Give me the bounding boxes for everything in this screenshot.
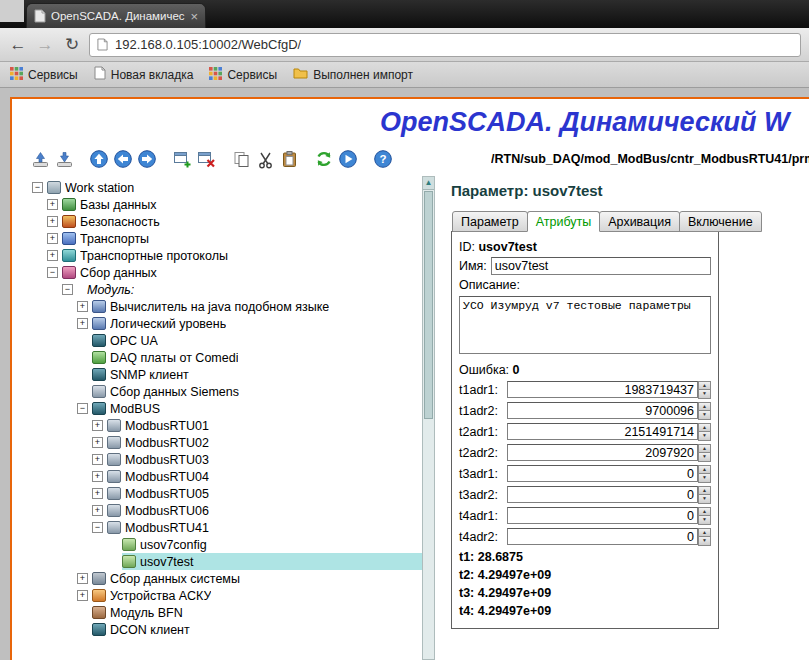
tree-item[interactable]: − ModBUS <box>28 400 422 417</box>
tree-item[interactable]: − ModbusRTU41 <box>28 519 422 536</box>
refresh-icon[interactable] <box>313 148 335 170</box>
spin-up-icon[interactable]: ▲ <box>698 444 711 454</box>
spin-down-icon[interactable]: ▼ <box>698 411 711 420</box>
tree-item[interactable]: + Транспортные протоколы <box>28 247 422 264</box>
spin-down-icon[interactable]: ▼ <box>698 516 711 525</box>
expander-icon[interactable]: + <box>92 454 103 465</box>
panel-tab[interactable]: Атрибуты <box>527 211 601 232</box>
spin-up-icon[interactable]: ▲ <box>698 486 711 496</box>
numeric-input[interactable] <box>507 381 698 398</box>
numeric-input[interactable] <box>507 528 698 545</box>
tree-item[interactable]: DAQ платы от Comedi <box>28 349 422 366</box>
scrollbar-thumb[interactable] <box>424 191 433 419</box>
tree-item[interactable]: − Сбор данных <box>28 264 422 281</box>
tree-item[interactable]: DCON клиент <box>28 621 422 638</box>
panel-tab[interactable]: Параметр <box>452 211 528 232</box>
name-input[interactable] <box>491 257 711 275</box>
expander-icon[interactable]: + <box>77 573 88 584</box>
expander-icon[interactable]: − <box>92 522 103 533</box>
tree-item[interactable]: + ModbusRTU06 <box>28 502 422 519</box>
expander-icon[interactable]: − <box>47 267 58 278</box>
address-bar[interactable]: 192.168.0.105:10002/WebCfgD/ <box>89 33 801 57</box>
tree-scrollbar[interactable]: ▲ <box>422 176 435 660</box>
forward-icon[interactable]: → <box>35 35 55 55</box>
panel-tab[interactable]: Архивация <box>599 211 680 232</box>
expander-icon[interactable]: + <box>47 199 58 210</box>
expander-icon[interactable]: + <box>92 505 103 516</box>
tree-item[interactable]: − Модуль: <box>28 281 422 298</box>
numeric-input[interactable] <box>507 444 698 461</box>
numeric-input[interactable] <box>507 423 698 440</box>
spin-down-icon[interactable]: ▼ <box>698 474 711 483</box>
tree-item[interactable]: + Базы данных <box>28 196 422 213</box>
numeric-input[interactable] <box>507 486 698 503</box>
numeric-input[interactable] <box>507 465 698 482</box>
tree-item[interactable]: SNMP клиент <box>28 366 422 383</box>
expander-icon[interactable]: + <box>92 437 103 448</box>
expander-icon[interactable]: − <box>62 284 73 295</box>
cut-icon[interactable] <box>254 148 276 170</box>
tree-item[interactable]: + Транспорты <box>28 230 422 247</box>
reload-icon[interactable]: ↻ <box>62 35 82 55</box>
tree-item[interactable]: + Вычислитель на java подобном языке <box>28 298 422 315</box>
tree-item[interactable]: OPC UA <box>28 332 422 349</box>
spin-down-icon[interactable]: ▼ <box>698 432 711 441</box>
spin-up-icon[interactable]: ▲ <box>698 465 711 475</box>
tree-item[interactable]: + ModbusRTU02 <box>28 434 422 451</box>
spin-down-icon[interactable]: ▼ <box>698 390 711 399</box>
bookmark-item[interactable]: Новая вкладка <box>94 66 194 83</box>
add-icon[interactable] <box>171 148 193 170</box>
expander-icon[interactable]: + <box>47 216 58 227</box>
bookmark-item[interactable]: Сервисы <box>10 67 78 83</box>
tree-item[interactable]: − Work station <box>28 179 422 196</box>
help-icon[interactable]: ? <box>372 148 394 170</box>
expander-icon[interactable]: + <box>92 420 103 431</box>
expander-icon[interactable]: + <box>47 233 58 244</box>
tree-item[interactable]: + ModbusRTU01 <box>28 417 422 434</box>
numeric-input[interactable] <box>507 402 698 419</box>
expander-icon[interactable]: + <box>47 250 58 261</box>
copy-icon[interactable] <box>230 148 252 170</box>
expander-icon[interactable]: − <box>77 403 88 414</box>
up-icon[interactable] <box>88 148 110 170</box>
tree-item[interactable]: + Логический уровень <box>28 315 422 332</box>
spin-down-icon[interactable]: ▼ <box>698 537 711 546</box>
expander-icon[interactable]: − <box>32 182 43 193</box>
tree-item[interactable]: Сбор данных Siemens <box>28 383 422 400</box>
bookmark-item[interactable]: Выполнен импорт <box>293 67 413 82</box>
start-icon[interactable] <box>337 148 359 170</box>
bookmark-item[interactable]: Сервисы <box>209 67 277 83</box>
spin-up-icon[interactable]: ▲ <box>698 381 711 391</box>
expander-icon[interactable]: + <box>77 301 88 312</box>
previous-icon[interactable] <box>112 148 134 170</box>
expander-icon[interactable]: + <box>77 590 88 601</box>
spin-up-icon[interactable]: ▲ <box>698 528 711 538</box>
delete-icon[interactable] <box>195 148 217 170</box>
tree-item[interactable]: + Безопасность <box>28 213 422 230</box>
expander-icon[interactable]: + <box>77 318 88 329</box>
scroll-up-icon[interactable]: ▲ <box>423 177 434 190</box>
tree-item[interactable]: usov7config <box>28 536 422 553</box>
back-icon[interactable]: ← <box>8 35 28 55</box>
tab-close-icon[interactable]: × <box>190 10 198 23</box>
tree-item[interactable]: + Сбор данных системы <box>28 570 422 587</box>
tree-item[interactable]: + Устройства АСКУ <box>28 587 422 604</box>
panel-tab[interactable]: Включение <box>679 211 762 232</box>
numeric-input[interactable] <box>507 507 698 524</box>
load-icon[interactable] <box>29 148 51 170</box>
tree-item[interactable]: + ModbusRTU03 <box>28 451 422 468</box>
paste-icon[interactable] <box>278 148 300 170</box>
next-icon[interactable] <box>136 148 158 170</box>
tree-item[interactable]: usov7test <box>28 553 422 570</box>
tree-item[interactable]: + ModbusRTU05 <box>28 485 422 502</box>
browser-tab[interactable]: OpenSCADA. Динамичес × <box>26 3 206 28</box>
description-textarea[interactable]: УСО Изумруд v7 тестовые параметры <box>459 296 711 354</box>
spin-down-icon[interactable]: ▼ <box>698 495 711 504</box>
spin-up-icon[interactable]: ▲ <box>698 423 711 433</box>
spin-up-icon[interactable]: ▲ <box>698 402 711 412</box>
expander-icon[interactable]: + <box>92 471 103 482</box>
tree-item[interactable]: + ModbusRTU04 <box>28 468 422 485</box>
spin-down-icon[interactable]: ▼ <box>698 453 711 462</box>
save-icon[interactable] <box>53 148 75 170</box>
spin-up-icon[interactable]: ▲ <box>698 507 711 517</box>
